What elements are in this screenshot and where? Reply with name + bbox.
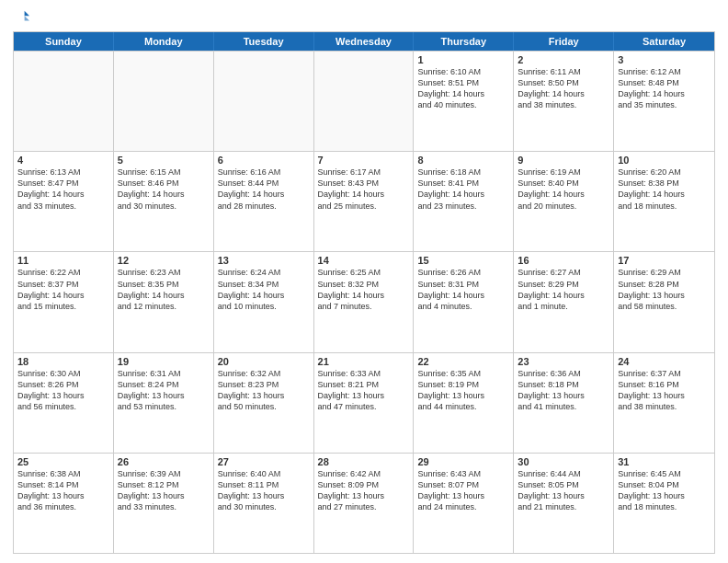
day-number: 10 [618,155,711,166]
day-number: 1 [417,54,509,65]
day-number: 6 [218,155,310,166]
day-details: Sunrise: 6:45 AM Sunset: 8:04 PM Dayligh… [618,468,711,513]
svg-marker-0 [25,11,29,16]
day-27: 27Sunrise: 6:40 AM Sunset: 8:11 PM Dayli… [214,454,314,553]
day-details: Sunrise: 6:11 AM Sunset: 8:50 PM Dayligh… [518,66,609,111]
day-details: Sunrise: 6:22 AM Sunset: 8:37 PM Dayligh… [17,267,109,312]
header-saturday: Saturday [614,32,714,51]
day-12: 12Sunrise: 6:23 AM Sunset: 8:35 PM Dayli… [114,252,214,351]
day-details: Sunrise: 6:19 AM Sunset: 8:40 PM Dayligh… [518,167,609,212]
day-29: 29Sunrise: 6:43 AM Sunset: 8:07 PM Dayli… [414,454,514,553]
calendar: Sunday Monday Tuesday Wednesday Thursday… [13,31,715,554]
header-tuesday: Tuesday [214,32,314,51]
header-thursday: Thursday [414,32,514,51]
day-details: Sunrise: 6:32 AM Sunset: 8:23 PM Dayligh… [218,368,310,413]
day-3: 3Sunrise: 6:12 AM Sunset: 8:48 PM Daylig… [614,52,714,151]
day-number: 27 [218,456,310,467]
day-9: 9Sunrise: 6:19 AM Sunset: 8:40 PM Daylig… [514,152,614,251]
header [13,9,715,26]
day-10: 10Sunrise: 6:20 AM Sunset: 8:38 PM Dayli… [614,152,714,251]
day-21: 21Sunrise: 6:33 AM Sunset: 8:21 PM Dayli… [314,353,415,453]
day-19: 19Sunrise: 6:31 AM Sunset: 8:24 PM Dayli… [114,353,214,453]
day-details: Sunrise: 6:29 AM Sunset: 8:28 PM Dayligh… [618,267,711,312]
day-number: 19 [118,356,210,367]
day-8: 8Sunrise: 6:18 AM Sunset: 8:41 PM Daylig… [414,152,514,251]
day-details: Sunrise: 6:42 AM Sunset: 8:09 PM Dayligh… [318,468,410,513]
day-number: 24 [618,356,711,367]
day-details: Sunrise: 6:27 AM Sunset: 8:29 PM Dayligh… [518,267,609,312]
day-details: Sunrise: 6:12 AM Sunset: 8:48 PM Dayligh… [618,66,711,111]
day-number: 3 [618,54,711,65]
day-details: Sunrise: 6:16 AM Sunset: 8:44 PM Dayligh… [218,167,310,212]
day-number: 16 [518,255,609,266]
day-13: 13Sunrise: 6:24 AM Sunset: 8:34 PM Dayli… [214,252,314,351]
day-details: Sunrise: 6:39 AM Sunset: 8:12 PM Dayligh… [118,468,210,513]
day-number: 18 [17,356,109,367]
day-details: Sunrise: 6:18 AM Sunset: 8:41 PM Dayligh… [417,167,509,212]
empty-cell [214,52,314,151]
calendar-header: Sunday Monday Tuesday Wednesday Thursday… [14,32,714,51]
day-25: 25Sunrise: 6:38 AM Sunset: 8:14 PM Dayli… [14,454,114,553]
day-7: 7Sunrise: 6:17 AM Sunset: 8:43 PM Daylig… [314,152,415,251]
day-number: 23 [518,356,609,367]
page: Sunday Monday Tuesday Wednesday Thursday… [0,0,728,563]
day-details: Sunrise: 6:26 AM Sunset: 8:31 PM Dayligh… [417,267,509,312]
day-details: Sunrise: 6:25 AM Sunset: 8:32 PM Dayligh… [318,267,410,312]
day-number: 5 [118,155,210,166]
header-wednesday: Wednesday [314,32,415,51]
svg-marker-1 [25,16,29,20]
day-24: 24Sunrise: 6:37 AM Sunset: 8:16 PM Dayli… [614,353,714,453]
day-number: 14 [318,255,410,266]
header-friday: Friday [514,32,614,51]
day-details: Sunrise: 6:37 AM Sunset: 8:16 PM Dayligh… [618,368,711,413]
day-number: 15 [417,255,509,266]
day-23: 23Sunrise: 6:36 AM Sunset: 8:18 PM Dayli… [514,353,614,453]
day-1: 1Sunrise: 6:10 AM Sunset: 8:51 PM Daylig… [414,52,514,151]
day-number: 9 [518,155,609,166]
day-number: 31 [618,456,711,467]
day-details: Sunrise: 6:35 AM Sunset: 8:19 PM Dayligh… [417,368,509,413]
day-number: 2 [518,54,609,65]
week-row-0: 1Sunrise: 6:10 AM Sunset: 8:51 PM Daylig… [14,51,714,151]
day-details: Sunrise: 6:17 AM Sunset: 8:43 PM Dayligh… [318,167,410,212]
day-number: 8 [417,155,509,166]
day-details: Sunrise: 6:33 AM Sunset: 8:21 PM Dayligh… [318,368,410,413]
day-16: 16Sunrise: 6:27 AM Sunset: 8:29 PM Dayli… [514,252,614,351]
day-details: Sunrise: 6:20 AM Sunset: 8:38 PM Dayligh… [618,167,711,212]
week-row-2: 11Sunrise: 6:22 AM Sunset: 8:37 PM Dayli… [14,251,714,351]
day-20: 20Sunrise: 6:32 AM Sunset: 8:23 PM Dayli… [214,353,314,453]
week-row-1: 4Sunrise: 6:13 AM Sunset: 8:47 PM Daylig… [14,151,714,251]
day-details: Sunrise: 6:10 AM Sunset: 8:51 PM Dayligh… [417,66,509,111]
day-details: Sunrise: 6:38 AM Sunset: 8:14 PM Dayligh… [17,468,109,513]
empty-cell [114,52,214,151]
empty-cell [314,52,415,151]
day-number: 22 [417,356,509,367]
day-details: Sunrise: 6:13 AM Sunset: 8:47 PM Dayligh… [17,167,109,212]
day-details: Sunrise: 6:15 AM Sunset: 8:46 PM Dayligh… [118,167,210,212]
day-details: Sunrise: 6:44 AM Sunset: 8:05 PM Dayligh… [518,468,609,513]
day-2: 2Sunrise: 6:11 AM Sunset: 8:50 PM Daylig… [514,52,614,151]
day-4: 4Sunrise: 6:13 AM Sunset: 8:47 PM Daylig… [14,152,114,251]
day-number: 21 [318,356,410,367]
day-details: Sunrise: 6:43 AM Sunset: 8:07 PM Dayligh… [417,468,509,513]
day-details: Sunrise: 6:24 AM Sunset: 8:34 PM Dayligh… [218,267,310,312]
day-11: 11Sunrise: 6:22 AM Sunset: 8:37 PM Dayli… [14,252,114,351]
day-28: 28Sunrise: 6:42 AM Sunset: 8:09 PM Dayli… [314,454,415,553]
day-26: 26Sunrise: 6:39 AM Sunset: 8:12 PM Dayli… [114,454,214,553]
day-details: Sunrise: 6:40 AM Sunset: 8:11 PM Dayligh… [218,468,310,513]
calendar-body: 1Sunrise: 6:10 AM Sunset: 8:51 PM Daylig… [14,51,714,553]
day-number: 4 [17,155,109,166]
day-31: 31Sunrise: 6:45 AM Sunset: 8:04 PM Dayli… [614,454,714,553]
day-details: Sunrise: 6:31 AM Sunset: 8:24 PM Dayligh… [118,368,210,413]
day-18: 18Sunrise: 6:30 AM Sunset: 8:26 PM Dayli… [14,353,114,453]
logo-icon [13,9,29,26]
day-22: 22Sunrise: 6:35 AM Sunset: 8:19 PM Dayli… [414,353,514,453]
day-details: Sunrise: 6:23 AM Sunset: 8:35 PM Dayligh… [118,267,210,312]
day-17: 17Sunrise: 6:29 AM Sunset: 8:28 PM Dayli… [614,252,714,351]
week-row-3: 18Sunrise: 6:30 AM Sunset: 8:26 PM Dayli… [14,352,714,453]
day-number: 26 [118,456,210,467]
day-6: 6Sunrise: 6:16 AM Sunset: 8:44 PM Daylig… [214,152,314,251]
day-number: 25 [17,456,109,467]
week-row-4: 25Sunrise: 6:38 AM Sunset: 8:14 PM Dayli… [14,453,714,553]
day-5: 5Sunrise: 6:15 AM Sunset: 8:46 PM Daylig… [114,152,214,251]
